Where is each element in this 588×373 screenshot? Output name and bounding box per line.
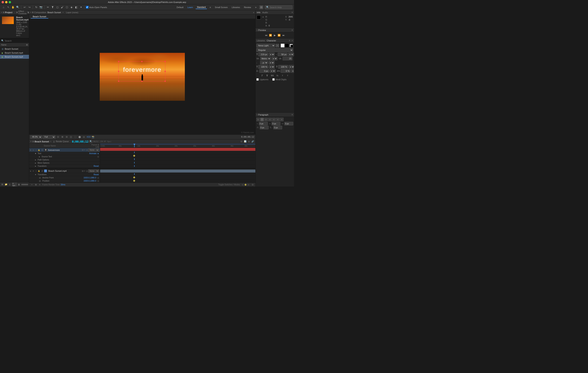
- justify-right-btn[interactable]: ≡: [276, 118, 280, 121]
- workspace-libraries[interactable]: Libraries: [231, 6, 241, 9]
- align-center-btn[interactable]: ≡: [260, 118, 264, 121]
- sort-icon[interactable]: ⊞: [26, 43, 28, 46]
- audio-toggle-2[interactable]: ♦: [32, 169, 35, 173]
- undo-icon[interactable]: ↩: [23, 5, 27, 9]
- smallcaps-btn[interactable]: Tt: [275, 74, 279, 77]
- playhead[interactable]: [134, 144, 135, 147]
- layer-sub-transform-1[interactable]: ▸ Transform Reset: [29, 165, 100, 168]
- search-input[interactable]: [270, 6, 291, 9]
- snapshot-icon[interactable]: 📸: [91, 135, 95, 139]
- video-layer-bar[interactable]: [100, 170, 255, 173]
- visibility-toggle-2[interactable]: ●: [29, 169, 32, 173]
- comp-menu-icon[interactable]: »: [253, 11, 254, 14]
- space-after-input[interactable]: [273, 126, 282, 129]
- info-tab-audio[interactable]: Audio: [262, 11, 268, 14]
- parent-select-2[interactable]: None: [88, 169, 99, 172]
- composition-viewer[interactable]: forevermore © FileInfo.com: [29, 19, 255, 134]
- sub-btn[interactable]: T: [286, 74, 290, 77]
- add-marker-icon[interactable]: +: [30, 183, 33, 186]
- text-icon[interactable]: T: [51, 5, 55, 9]
- baseline-shift-input[interactable]: [259, 69, 269, 73]
- lock-toggle-2[interactable]: 🔓: [37, 169, 40, 173]
- eraser-icon[interactable]: ◧: [74, 5, 78, 9]
- font-family-select[interactable]: Nexa Light: [256, 43, 275, 48]
- align-left-btn[interactable]: ≡: [256, 118, 260, 121]
- new-comp-icon[interactable]: ⊞: [1, 183, 4, 186]
- align-right-btn[interactable]: ≡: [264, 118, 268, 121]
- audio-toggle-1[interactable]: ♦: [32, 148, 35, 152]
- chain-icon[interactable]: 🔗: [251, 140, 254, 143]
- paint-icon[interactable]: ⬡: [65, 5, 69, 9]
- info-tab-info[interactable]: Info: [257, 11, 260, 14]
- grid-icon[interactable]: ⊞: [61, 135, 64, 139]
- justify-left-btn[interactable]: ≡: [268, 118, 272, 121]
- baseline-unit-select[interactable]: - px: [260, 61, 268, 64]
- workspace-standard[interactable]: Standard: [196, 6, 207, 9]
- stroke-color-swatch[interactable]: [285, 43, 289, 48]
- render-queue-label[interactable]: Render Queue: [56, 140, 69, 143]
- render-icon[interactable]: ◎: [82, 135, 86, 139]
- workspace-small-screen[interactable]: Small Screen: [214, 6, 229, 9]
- stamp-icon[interactable]: ◈: [70, 5, 74, 9]
- workspace-learn[interactable]: Learn: [186, 6, 194, 9]
- list-item-selected[interactable]: ▶ Beach Sunset.mp4: [0, 55, 29, 59]
- more-workspaces-icon[interactable]: »: [254, 5, 258, 9]
- allcaps-btn[interactable]: TT: [270, 74, 274, 77]
- toggle-switches-label[interactable]: Toggle Switches / Modes: [218, 183, 240, 186]
- camera-icon[interactable]: 📷: [39, 5, 43, 9]
- workspace-default[interactable]: Default: [175, 6, 185, 9]
- keyframe-nav-next[interactable]: ▷: [247, 183, 250, 186]
- layer-options-icon[interactable]: ≡: [38, 183, 41, 186]
- color-manage-icon[interactable]: ⬤: [78, 135, 81, 139]
- char-menu-icon[interactable]: ≡: [289, 39, 290, 42]
- font-size-input[interactable]: [258, 53, 268, 56]
- zoom-icon[interactable]: 🔍: [16, 5, 20, 9]
- pointer-icon[interactable]: ↖: [6, 5, 10, 9]
- horiz-scale-unit[interactable]: ▾: [269, 65, 275, 69]
- puppet-icon[interactable]: ✦: [79, 5, 83, 9]
- new-layer-icon[interactable]: ⊞: [34, 183, 37, 186]
- auto-open-checkbox[interactable]: [86, 6, 88, 9]
- font-style-select[interactable]: Regular Bold Italic: [256, 48, 293, 52]
- pen-icon[interactable]: ✏: [46, 5, 50, 9]
- list-item[interactable]: ⊡ Beach Sunset: [0, 47, 29, 51]
- visibility-toggle-1[interactable]: ●: [29, 148, 32, 152]
- list-item[interactable]: ▶ Beach Sunset.mp4: [0, 51, 29, 55]
- layer-2-sub-anchor[interactable]: ◎ Anchor Point 1920.0,1080.0 ◎: [29, 176, 100, 179]
- solo-toggle-2[interactable]: ☆: [35, 169, 37, 173]
- timeline-menu-icon[interactable]: |: [53, 140, 54, 143]
- keyframe-diamond-anchor[interactable]: [133, 176, 135, 178]
- tsume-input[interactable]: [281, 69, 290, 73]
- parent-select-1[interactable]: None: [88, 149, 99, 152]
- para-menu-icon[interactable]: ≡: [292, 114, 293, 116]
- stacked-swatch-2[interactable]: [290, 45, 293, 48]
- rotate-icon[interactable]: ↻: [34, 5, 38, 9]
- layer-sub-more-options[interactable]: ▸ More Options: [29, 161, 100, 165]
- preview-menu-icon[interactable]: ≡: [292, 29, 293, 31]
- leading-input[interactable]: [278, 53, 287, 56]
- space-before-input[interactable]: [260, 126, 269, 129]
- zoom-select[interactable]: 49.3% 100% 50% 25%: [30, 135, 42, 139]
- reset-btn-2[interactable]: Reset: [94, 173, 100, 176]
- toggle-panels-icon[interactable]: ⊟: [259, 5, 263, 9]
- skip-forward-icon[interactable]: ⏭: [282, 33, 285, 37]
- justify-center-btn[interactable]: ≡: [272, 118, 276, 121]
- comp-tab-beach-sunset[interactable]: Beach Sunset: [31, 15, 48, 19]
- workspace-review[interactable]: Review: [243, 6, 252, 9]
- import-icon[interactable]: ⤓: [8, 183, 11, 186]
- keyframe-diamond-1[interactable]: [133, 155, 135, 157]
- close-button[interactable]: [1, 1, 4, 3]
- reset-btn-1[interactable]: Reset: [94, 165, 100, 167]
- brush-icon[interactable]: 🖌: [60, 5, 64, 9]
- font-edit-icon[interactable]: ✏: [276, 44, 279, 47]
- shape-icon[interactable]: ◻: [55, 5, 59, 9]
- kerning-unit[interactable]: ▾: [272, 57, 277, 60]
- indent-left-input[interactable]: [259, 122, 268, 125]
- keyframe-nav-dot[interactable]: [244, 183, 247, 186]
- position-value[interactable]: 1920.0,1080.0: [84, 180, 97, 182]
- kerning-select[interactable]: Metrics Optical 0: [260, 57, 271, 60]
- skip-back-icon[interactable]: ⏮: [264, 33, 268, 37]
- fit-icon[interactable]: ⊡: [56, 135, 60, 139]
- graph-icon[interactable]: 📊: [243, 140, 247, 143]
- vert-scale-input[interactable]: [278, 65, 288, 69]
